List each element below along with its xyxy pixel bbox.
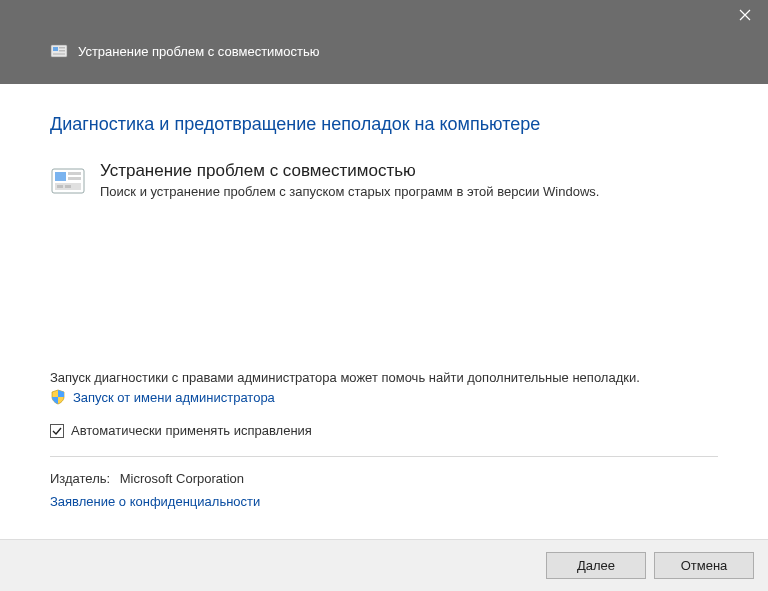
titlebar-main: Устранение проблем с совместимостью: [0, 34, 768, 68]
shield-icon: [50, 389, 66, 405]
auto-fix-checkbox[interactable]: [50, 424, 64, 438]
auto-fix-row: Автоматически применять исправления: [50, 423, 718, 438]
window-title: Устранение проблем с совместимостью: [78, 44, 320, 59]
section-title: Устранение проблем с совместимостью: [100, 161, 599, 181]
svg-rect-7: [68, 172, 81, 175]
cancel-button[interactable]: Отмена: [654, 552, 754, 579]
close-button[interactable]: [722, 0, 768, 30]
titlebar-controls: [0, 0, 768, 34]
close-icon: [739, 9, 751, 21]
admin-text: Запуск диагностики с правами администрат…: [50, 369, 718, 387]
svg-rect-11: [65, 185, 71, 188]
privacy-link[interactable]: Заявление о конфиденциальности: [50, 494, 718, 509]
compatibility-icon: [50, 163, 86, 199]
svg-rect-6: [55, 172, 66, 181]
svg-rect-4: [53, 53, 65, 55]
divider: [50, 456, 718, 457]
content-area: Диагностика и предотвращение неполадок н…: [0, 84, 768, 539]
svg-rect-3: [59, 50, 65, 52]
svg-rect-1: [53, 47, 58, 51]
run-as-admin-link[interactable]: Запуск от имени администратора: [73, 390, 275, 405]
publisher-row: Издатель: Microsoft Corporation: [50, 471, 718, 486]
main-heading: Диагностика и предотвращение неполадок н…: [50, 114, 718, 135]
titlebar: Устранение проблем с совместимостью: [0, 0, 768, 84]
publisher-label: Издатель:: [50, 471, 110, 486]
svg-rect-10: [57, 185, 63, 188]
publisher-value: Microsoft Corporation: [120, 471, 244, 486]
next-button[interactable]: Далее: [546, 552, 646, 579]
svg-rect-2: [59, 47, 65, 49]
troubleshoot-icon: [50, 42, 68, 60]
admin-link-row[interactable]: Запуск от имени администратора: [50, 389, 718, 405]
admin-block: Запуск диагностики с правами администрат…: [50, 369, 718, 405]
svg-rect-8: [68, 177, 81, 180]
button-bar: Далее Отмена: [0, 539, 768, 591]
troubleshooter-section: Устранение проблем с совместимостью Поис…: [50, 161, 718, 201]
auto-fix-label: Автоматически применять исправления: [71, 423, 312, 438]
check-icon: [52, 426, 62, 436]
section-description: Поиск и устранение проблем с запуском ст…: [100, 183, 599, 201]
section-text: Устранение проблем с совместимостью Поис…: [100, 161, 599, 201]
